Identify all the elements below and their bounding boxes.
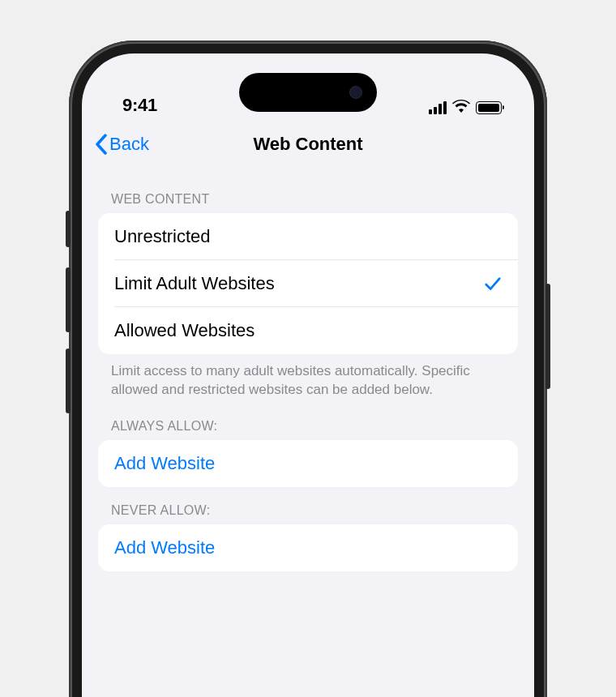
screen: 9:41 bbox=[82, 53, 534, 697]
always-allow-group: Add Website bbox=[98, 440, 518, 487]
section-header-always-allow: ALWAYS ALLOW: bbox=[98, 403, 518, 440]
option-label: Limit Adult Websites bbox=[114, 273, 275, 294]
phone-frame: 9:41 bbox=[69, 41, 547, 697]
add-website-label: Add Website bbox=[114, 537, 215, 558]
section-header-web-content: WEB CONTENT bbox=[98, 176, 518, 213]
back-button[interactable]: Back bbox=[95, 134, 149, 155]
add-website-always-allow[interactable]: Add Website bbox=[98, 440, 518, 487]
option-limit-adult[interactable]: Limit Adult Websites bbox=[98, 260, 518, 307]
cellular-icon bbox=[429, 101, 447, 114]
page-title: Web Content bbox=[82, 134, 534, 155]
side-button bbox=[66, 211, 71, 247]
checkmark-icon bbox=[484, 275, 502, 293]
wifi-icon bbox=[452, 100, 470, 116]
section-header-never-allow: NEVER ALLOW: bbox=[98, 487, 518, 524]
option-allowed-websites[interactable]: Allowed Websites bbox=[98, 307, 518, 354]
add-website-label: Add Website bbox=[114, 453, 215, 474]
status-icons bbox=[429, 100, 502, 116]
add-website-never-allow[interactable]: Add Website bbox=[98, 524, 518, 571]
back-label: Back bbox=[109, 134, 149, 155]
camera-dot bbox=[349, 86, 362, 99]
chevron-left-icon bbox=[95, 134, 108, 155]
side-button bbox=[545, 284, 550, 389]
side-button bbox=[66, 348, 71, 413]
option-label: Unrestricted bbox=[114, 226, 211, 247]
section-footer-web-content: Limit access to many adult websites auto… bbox=[98, 354, 518, 403]
option-unrestricted[interactable]: Unrestricted bbox=[98, 213, 518, 260]
dynamic-island bbox=[239, 73, 377, 112]
web-content-options: Unrestricted Limit Adult Websites Allowe… bbox=[98, 213, 518, 354]
option-label: Allowed Websites bbox=[114, 320, 255, 341]
never-allow-group: Add Website bbox=[98, 524, 518, 571]
content-area: WEB CONTENT Unrestricted Limit Adult Web… bbox=[82, 166, 534, 571]
status-time: 9:41 bbox=[122, 95, 157, 116]
battery-icon bbox=[476, 101, 502, 114]
nav-bar: Back Web Content bbox=[82, 122, 534, 166]
side-button bbox=[66, 267, 71, 332]
